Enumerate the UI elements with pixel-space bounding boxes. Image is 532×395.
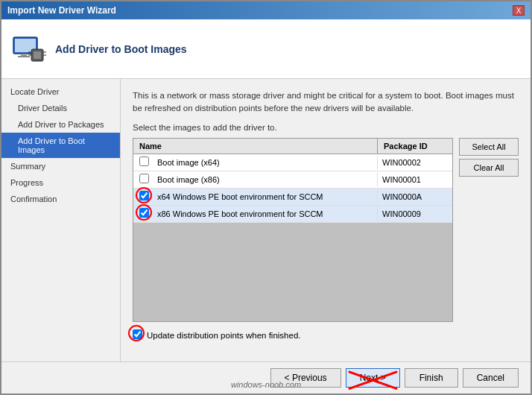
row4-name: x86 Windows PE boot environment for SCCM [154,207,378,221]
next-button-wrapper: Next > [346,368,400,388]
row1-checkbox[interactable] [139,157,149,166]
sidebar-item-driver-details[interactable]: Driver Details [1,100,120,116]
row3-checkbox[interactable] [139,191,149,200]
row2-pkgid: WIN00001 [378,173,452,186]
sidebar-item-locate-driver[interactable]: Locate Driver [1,83,120,100]
boot-images-table: Name Package ID Boot image (x64) [133,138,453,323]
table-header: Name Package ID [133,139,452,154]
row2-checkbox-wrapper [139,174,149,186]
table-button-row: Name Package ID Boot image (x64) [133,138,519,323]
row1-check-cell [133,154,154,171]
clear-all-button[interactable]: Clear All [459,159,519,177]
table-row: Boot image (x86) WIN00001 [133,171,452,189]
row4-pkgid: WIN00009 [378,207,452,221]
row2-checkbox[interactable] [139,174,149,183]
cancel-button[interactable]: Cancel [463,368,519,388]
watermark: windows-noob.com [231,380,301,389]
sidebar-item-summary[interactable]: Summary [1,158,120,174]
update-distribution-checkbox[interactable] [133,329,142,339]
svg-rect-5 [34,51,41,59]
header-section: Add Driver to Boot Images [1,19,531,79]
side-buttons: Select All Clear All [459,138,519,323]
sidebar-item-add-boot-images[interactable]: Add Driver to Boot Images [1,133,120,158]
row2-check-cell [133,171,154,188]
row3-checkbox-wrapper [139,191,149,203]
title-bar: Import New Driver Wizard X [1,1,531,19]
update-checkbox-wrapper [133,329,142,341]
col-pkgid: Package ID [378,139,452,154]
close-button[interactable]: X [513,5,525,16]
next-button[interactable]: Next > [346,368,400,388]
select-all-button[interactable]: Select All [459,138,519,156]
table-row: x64 Windows PE boot environment for SCCM… [133,189,452,206]
window-title: Import New Driver Wizard [7,5,116,16]
svg-rect-3 [18,56,30,57]
row4-check-cell [133,206,154,222]
row3-check-cell [133,189,154,205]
sidebar: Locate Driver Driver Details Add Driver … [1,79,121,361]
table-row: x86 Windows PE boot environment for SCCM… [133,206,452,223]
update-label: Update distribution points when finished… [147,331,301,340]
description-text: This is a network or mass storage driver… [133,89,519,116]
row2-name: Boot image (x86) [154,173,378,186]
driver-icon [10,31,46,67]
select-label: Select the images to add the driver to. [133,123,519,132]
finish-button[interactable]: Finish [405,368,458,388]
header-title: Add Driver to Boot Images [55,43,187,55]
row1-name: Boot image (x64) [154,156,378,169]
row4-checkbox-wrapper [139,208,149,220]
main-panel: This is a network or mass storage driver… [121,79,531,361]
row1-checkbox-wrapper [139,157,149,168]
update-checkbox-row: Update distribution points when finished… [133,329,519,341]
main-window: Import New Driver Wizard X Add Driver to… [0,0,532,395]
row1-pkgid: WIN00002 [378,156,452,169]
sidebar-item-confirmation[interactable]: Confirmation [1,191,120,207]
row3-name: x64 Windows PE boot environment for SCCM [154,190,378,203]
row4-checkbox[interactable] [139,208,149,218]
row3-pkgid: WIN0000A [378,190,452,203]
sidebar-item-progress[interactable]: Progress [1,174,120,191]
col-name: Name [133,139,378,154]
sidebar-item-add-packages[interactable]: Add Driver to Packages [1,116,120,133]
table-row: Boot image (x64) WIN00002 [133,154,452,171]
table-body: Boot image (x64) WIN00002 Boot image (x8… [133,154,452,322]
content-area: Locate Driver Driver Details Add Driver … [1,79,531,361]
